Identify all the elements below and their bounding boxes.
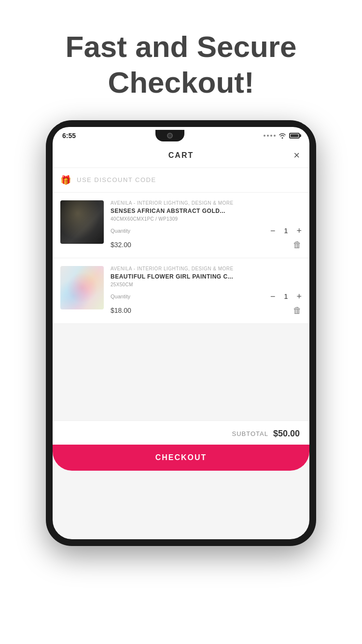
item-1-price: $32.00 bbox=[111, 241, 131, 249]
phone-screen: CART × 🎁 USE DISCOUNT CODE AVENILA - INT… bbox=[53, 143, 309, 539]
item-1-brand: AVENILA - INTERIOR LIGHTING, DESIGN & MO… bbox=[111, 200, 302, 206]
cart-title: CART bbox=[168, 151, 194, 160]
item-1-quantity-row: Quantity − 1 + bbox=[111, 226, 302, 235]
page-heading: Fast and Secure Checkout! bbox=[0, 0, 362, 120]
battery-fill bbox=[291, 134, 298, 137]
network-dots bbox=[264, 135, 276, 137]
page-title: Fast and Secure Checkout! bbox=[39, 29, 323, 101]
phone-notch bbox=[155, 130, 184, 141]
cart-item: AVENILA - INTERIOR LIGHTING, DESIGN & MO… bbox=[53, 258, 309, 324]
item-1-decrease-button[interactable]: − bbox=[270, 226, 276, 235]
phone-shell: 6:55 bbox=[46, 120, 316, 546]
item-2-quantity-label: Quantity bbox=[111, 294, 130, 299]
item-1-increase-button[interactable]: + bbox=[296, 226, 302, 235]
item-2-quantity-value: 1 bbox=[282, 292, 290, 300]
item-2-details: AVENILA - INTERIOR LIGHTING, DESIGN & MO… bbox=[111, 266, 302, 316]
item-1-quantity-value: 1 bbox=[282, 226, 290, 235]
status-icons bbox=[264, 133, 300, 139]
item-1-price-row: $32.00 🗑 bbox=[111, 240, 302, 250]
discount-code-bar[interactable]: 🎁 USE DISCOUNT CODE bbox=[53, 168, 309, 193]
item-2-increase-button[interactable]: + bbox=[296, 292, 302, 301]
item-1-quantity-label: Quantity bbox=[111, 228, 130, 234]
subtotal-value: $50.00 bbox=[273, 429, 300, 439]
item-2-brand: AVENILA - INTERIOR LIGHTING, DESIGN & MO… bbox=[111, 266, 302, 271]
cart-items-list: AVENILA - INTERIOR LIGHTING, DESIGN & MO… bbox=[53, 193, 309, 324]
item-1-name: SENSES AFRICAN ABSTRACT GOLD... bbox=[111, 208, 302, 214]
item-1-delete-button[interactable]: 🗑 bbox=[293, 240, 302, 250]
item-1-sku: 40CMX60CMX1PC / WP1309 bbox=[111, 216, 302, 222]
item-2-name: BEAUTIFUL FLOWER GIRL PAINTING C... bbox=[111, 273, 302, 280]
item-1-details: AVENILA - INTERIOR LIGHTING, DESIGN & MO… bbox=[111, 200, 302, 250]
item-2-price: $18.00 bbox=[111, 307, 131, 314]
battery-icon bbox=[289, 133, 300, 139]
cart-item: AVENILA - INTERIOR LIGHTING, DESIGN & MO… bbox=[53, 193, 309, 258]
subtotal-label: SUBTOTAL bbox=[232, 430, 268, 437]
item-1-quantity-controls: − 1 + bbox=[270, 226, 302, 235]
item-2-sku: 25X50CM bbox=[111, 282, 302, 287]
gift-icon: 🎁 bbox=[60, 175, 71, 185]
item-2-quantity-controls: − 1 + bbox=[270, 292, 302, 301]
item-image-2 bbox=[60, 266, 104, 309]
close-button[interactable]: × bbox=[293, 150, 300, 161]
item-2-quantity-row: Quantity − 1 + bbox=[111, 292, 302, 301]
cart-header: CART × bbox=[53, 143, 309, 168]
camera-dot bbox=[167, 133, 173, 139]
checkout-button[interactable]: CHECKOUT bbox=[53, 445, 309, 471]
wifi-icon bbox=[278, 133, 286, 139]
status-bar: 6:55 bbox=[53, 127, 309, 143]
item-2-decrease-button[interactable]: − bbox=[270, 292, 276, 301]
cart-spacer bbox=[53, 324, 309, 420]
status-time: 6:55 bbox=[62, 132, 76, 140]
item-image-1 bbox=[60, 200, 104, 244]
phone-container: 6:55 bbox=[0, 120, 362, 565]
item-2-delete-button[interactable]: 🗑 bbox=[293, 306, 302, 316]
cart-footer: SUBTOTAL $50.00 bbox=[53, 420, 309, 445]
item-2-price-row: $18.00 🗑 bbox=[111, 306, 302, 316]
discount-code-label: USE DISCOUNT CODE bbox=[77, 176, 156, 183]
